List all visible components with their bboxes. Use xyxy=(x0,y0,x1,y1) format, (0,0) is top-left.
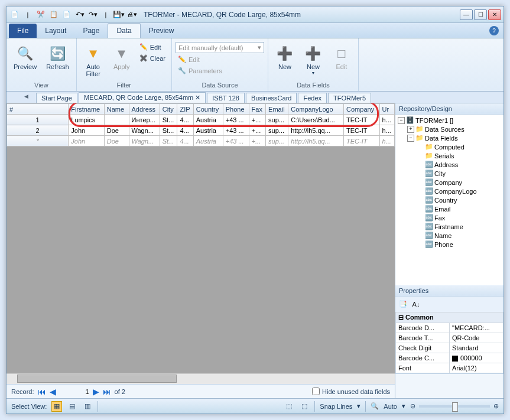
tree-item[interactable]: 🔤Name xyxy=(397,231,502,240)
tree-item[interactable]: 🔤Address xyxy=(397,160,502,169)
prop-name[interactable]: Barcode C... xyxy=(396,353,450,363)
grid-cell[interactable]: +... xyxy=(249,115,266,125)
tab-layout[interactable]: Layout xyxy=(37,24,74,38)
prop-sort-icon[interactable]: A↓ xyxy=(411,299,421,310)
doc-tab[interactable]: ISBT 128 xyxy=(207,93,245,103)
prop-value[interactable]: 000000 xyxy=(450,353,503,363)
zoom-slider[interactable] xyxy=(419,405,490,408)
tree-item[interactable]: 🔤Country xyxy=(397,196,502,204)
grid-cell[interactable]: +43 ... xyxy=(223,136,249,146)
grid-cell[interactable]: TEC-IT xyxy=(344,136,380,146)
edit-datasource-button[interactable]: ✏️Edit xyxy=(176,54,264,64)
tree-item[interactable]: −🗄️TFORMer1 [] xyxy=(397,116,502,125)
grid-cell[interactable]: Интер... xyxy=(129,115,160,125)
grid-cell[interactable]: TEC-IT xyxy=(344,125,380,136)
tab-file[interactable]: File xyxy=(9,24,37,38)
grid-cell[interactable]: +43 ... xyxy=(223,125,249,136)
tree-item[interactable]: 🔤Firstname xyxy=(397,222,502,231)
column-header[interactable]: Email xyxy=(266,104,288,115)
auto-filter-button[interactable]: ▼Auto Filter xyxy=(80,42,106,80)
doc-tab[interactable]: TFORMer5 xyxy=(328,93,371,103)
paste-icon[interactable]: 📄 xyxy=(61,9,73,21)
prop-name[interactable]: Barcode D... xyxy=(396,323,450,333)
grid-cell[interactable]: http://lh5.qq... xyxy=(288,125,344,136)
tree-item[interactable]: 🔤Fax xyxy=(397,213,502,222)
column-header[interactable]: # xyxy=(7,104,69,115)
grid-cell[interactable]: +... xyxy=(249,125,266,136)
last-record-button[interactable]: ⏭ xyxy=(103,387,111,396)
tree-item[interactable]: −📁Data Fields xyxy=(397,134,502,142)
doc-tab[interactable]: MECARD, QR Code Large, 85x54mm ✕ xyxy=(79,92,206,103)
horizontal-scrollbar[interactable] xyxy=(7,373,395,384)
status-icon-a[interactable]: ⬚ xyxy=(284,401,294,412)
grid-cell[interactable]: St... xyxy=(160,125,177,136)
redo-icon[interactable]: ↷▾ xyxy=(87,9,99,21)
next-record-button[interactable]: ▶ xyxy=(93,387,99,396)
refresh-button[interactable]: 🔄Refresh xyxy=(43,42,73,73)
grid-cell[interactable]: C:\Users\Bud... xyxy=(288,115,344,125)
zoom-out-button[interactable]: ⊖ xyxy=(410,402,415,410)
grid-cell[interactable]: http://lh5.qq... xyxy=(288,136,344,146)
status-icon-b[interactable]: ⬚ xyxy=(299,401,310,412)
grid-cell[interactable]: Doe xyxy=(104,136,129,146)
new-datafield-1-button[interactable]: ➕New xyxy=(272,42,298,73)
tree-toggle-icon[interactable]: + xyxy=(407,126,414,133)
column-header[interactable]: Country xyxy=(193,104,223,115)
prop-name[interactable]: Barcode T... xyxy=(396,333,450,343)
copy-icon[interactable]: 📋 xyxy=(48,9,60,21)
view-mode-3[interactable]: ▥ xyxy=(82,401,93,412)
tab-page[interactable]: Page xyxy=(74,24,108,38)
column-header[interactable]: Fax xyxy=(249,104,266,115)
prop-name[interactable]: Check Digit xyxy=(396,343,450,353)
column-header[interactable]: Firstname xyxy=(69,104,105,115)
collapse-icon[interactable]: ⊟ xyxy=(398,314,404,321)
tree-toggle-icon[interactable]: − xyxy=(407,135,414,142)
new-datafield-2-button[interactable]: ➕New▾ xyxy=(300,42,326,78)
column-header[interactable]: ZIP xyxy=(177,104,193,115)
maximize-button[interactable]: ☐ xyxy=(474,9,487,20)
record-input[interactable] xyxy=(60,388,89,395)
tree-item[interactable]: 📁Serials xyxy=(397,151,502,160)
apply-filter-button[interactable]: ▼Apply xyxy=(109,42,135,73)
zoom-in-button[interactable]: ⊕ xyxy=(493,402,499,410)
prev-record-button[interactable]: ◀ xyxy=(50,387,56,396)
minimize-button[interactable]: — xyxy=(460,9,473,20)
grid-cell[interactable]: John xyxy=(69,136,105,146)
help-icon[interactable]: ? xyxy=(489,26,499,35)
prop-name[interactable]: Font xyxy=(396,363,450,373)
doc-tab[interactable]: Start Page xyxy=(36,93,77,103)
prop-value[interactable]: "MECARD:... xyxy=(450,323,503,333)
tab-data[interactable]: Data xyxy=(108,23,140,38)
zoom-auto-label[interactable]: Auto xyxy=(384,403,397,410)
qat-icon-1[interactable]: 📄 xyxy=(9,9,21,21)
grid-cell[interactable] xyxy=(104,115,129,125)
column-header[interactable]: Phone xyxy=(223,104,249,115)
save-icon[interactable]: 💾▾ xyxy=(113,9,125,21)
grid-cell[interactable]: Doe xyxy=(104,125,129,136)
grid-cell[interactable]: John xyxy=(69,125,105,136)
repository-tree[interactable]: −🗄️TFORMer1 []+📁Data Sources−📁Data Field… xyxy=(395,115,503,285)
grid-cell[interactable]: Wagn... xyxy=(129,125,160,136)
edit-filter-button[interactable]: ✏️Edit xyxy=(137,42,168,52)
prop-value[interactable]: Standard xyxy=(450,343,503,353)
grid-cell[interactable]: sup... xyxy=(266,136,288,146)
close-button[interactable]: ✕ xyxy=(488,9,501,20)
column-header[interactable]: Name xyxy=(104,104,129,115)
column-header[interactable]: CompanyLogo xyxy=(288,104,344,115)
tree-toggle-icon[interactable]: − xyxy=(398,117,405,124)
doc-tab[interactable]: Fedex xyxy=(298,93,327,103)
tab-preview[interactable]: Preview xyxy=(141,24,183,38)
datasource-combo[interactable]: Edit manually (default)▾ xyxy=(176,42,264,53)
grid-cell[interactable]: 4... xyxy=(177,115,193,125)
tree-item[interactable]: 🔤CompanyLogo xyxy=(397,187,502,196)
view-mode-2[interactable]: ▤ xyxy=(67,401,77,412)
grid-cell[interactable]: 1 xyxy=(7,115,69,125)
grid-cell[interactable]: Austria xyxy=(193,125,223,136)
print-icon[interactable]: 🖨▾ xyxy=(126,9,138,21)
column-header[interactable]: Company xyxy=(344,104,380,115)
column-header[interactable]: City xyxy=(160,104,177,115)
grid-cell[interactable]: TEC-IT xyxy=(344,115,380,125)
grid-cell[interactable]: Austria xyxy=(193,115,223,125)
column-header[interactable]: Address xyxy=(129,104,160,115)
grid-cell[interactable]: 4... xyxy=(177,125,193,136)
